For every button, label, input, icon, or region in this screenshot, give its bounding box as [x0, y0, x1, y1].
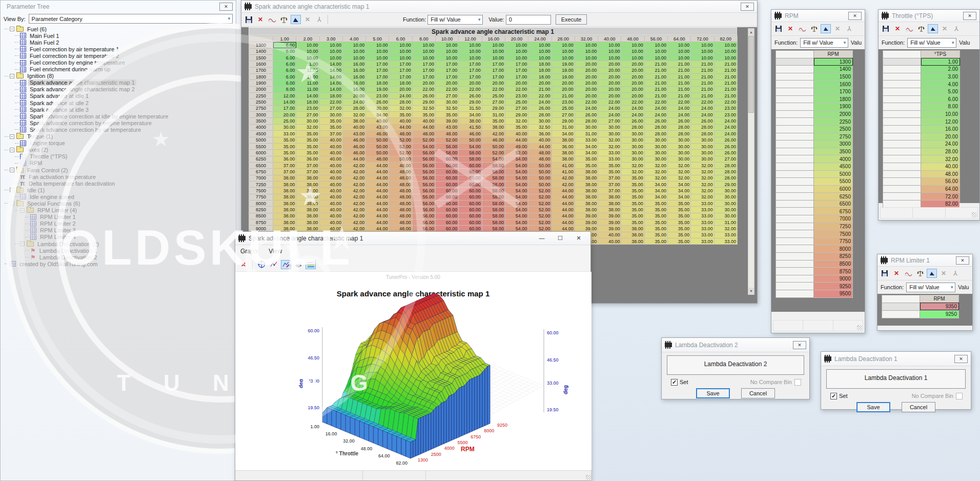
map-cell[interactable]: 44.00 [342, 156, 365, 162]
map-cell[interactable]: 10.00 [342, 42, 365, 48]
map-cell[interactable]: 40.00 [342, 124, 365, 130]
tree-item[interactable]: Fuel correction by air temperature 1 [2, 46, 236, 52]
map-cell[interactable]: 26.00 [621, 118, 644, 124]
map-cell[interactable]: 32.00 [691, 181, 714, 187]
map-cell[interactable]: 44.00 [389, 124, 412, 130]
map-cell[interactable]: 21.00 [528, 86, 552, 92]
row-header[interactable]: 3000 [249, 112, 273, 118]
map-cell[interactable]: 48.00 [389, 213, 412, 219]
map-cell[interactable]: 30.00 [714, 213, 737, 219]
map-cell[interactable]: 11.00 [296, 74, 319, 80]
map-cell[interactable]: 27.00 [598, 118, 621, 124]
map-cell[interactable]: 14.00 [273, 99, 296, 105]
axis-value-cell[interactable]: 7000 [814, 215, 853, 223]
map-cell[interactable]: 25.00 [552, 105, 575, 111]
axis-blank-cell[interactable] [776, 215, 814, 223]
axis-blank-cell[interactable] [776, 141, 814, 148]
column-header[interactable]: 32.00 [575, 36, 598, 42]
axis-value-cell[interactable]: 40.00 [921, 163, 960, 170]
map-cell[interactable]: 40.00 [528, 137, 552, 143]
map-cell[interactable]: 30.00 [621, 131, 644, 137]
axis-value-cell[interactable]: 2750 [814, 133, 853, 141]
map-cell[interactable]: 48.00 [389, 131, 412, 137]
row-header[interactable]: 6500 [249, 162, 273, 168]
collapse-icon[interactable]: − [10, 168, 14, 172]
map-cell[interactable]: 23.00 [552, 99, 575, 105]
map-cell[interactable]: 40.00 [598, 232, 621, 238]
map-cell[interactable]: 10.00 [436, 55, 459, 61]
map-cell[interactable]: 34.00 [644, 181, 667, 187]
axis-x-icon[interactable]: ✕ [938, 269, 949, 278]
map-cell[interactable]: 30.00 [691, 150, 714, 156]
axis-value-cell[interactable]: 16.00 [921, 125, 960, 133]
map-cell[interactable]: 25.00 [273, 118, 296, 124]
map-cell[interactable]: 42.00 [342, 175, 365, 181]
axis-blank-cell[interactable] [883, 88, 921, 95]
tree-item[interactable]: Fuel enrichment during warm up [2, 66, 236, 73]
map-cell[interactable]: 34.00 [644, 188, 667, 194]
map-cell[interactable]: 29.00 [505, 112, 528, 118]
map-cell[interactable]: 10.00 [412, 48, 435, 54]
map-cell[interactable]: 17.00 [412, 61, 435, 67]
map-cell[interactable]: 35.00 [668, 232, 691, 238]
map-cell[interactable]: 35.00 [621, 175, 644, 181]
map-cell[interactable]: 50.00 [366, 137, 389, 143]
map-cell[interactable]: 35.00 [436, 112, 459, 118]
map-cell[interactable]: 33.00 [691, 226, 714, 232]
map-cell[interactable]: 17.00 [482, 67, 505, 73]
column-header[interactable]: RPM [920, 295, 959, 303]
row-header[interactable]: 1900 [249, 80, 273, 86]
graph-canvas[interactable]: TunerPro - Version 5.00Spark advance ang… [235, 272, 591, 471]
tree-item[interactable]: RPM Limiter 3 [2, 227, 236, 234]
row-header[interactable]: 2750 [249, 105, 273, 111]
map-cell[interactable]: 42.00 [342, 162, 365, 168]
axis-value-cell[interactable]: 9350 [920, 303, 959, 310]
axis-value-cell[interactable]: 72.00 [921, 193, 960, 201]
map-cell[interactable]: 38.00 [552, 150, 575, 156]
map-cell[interactable]: 8.00 [273, 86, 296, 92]
tree-item[interactable]: −Special Functions (6) [2, 200, 236, 207]
panel-titlebar[interactable]: RPM Limiter 1 ✕ [877, 254, 972, 267]
map-cell[interactable]: 29.00 [714, 181, 737, 187]
map-cell[interactable]: 60.00 [436, 194, 459, 200]
lambda-titlebar[interactable]: Lambda Deactivation 1 ✕ [821, 352, 971, 366]
map-cell[interactable]: 38.00 [552, 156, 575, 162]
axis-blank-cell[interactable] [883, 58, 921, 66]
map-cell[interactable]: 32.00 [714, 226, 737, 232]
map-cell[interactable]: 38.00 [296, 219, 319, 225]
map-cell[interactable]: 43.00 [366, 124, 389, 130]
map-cell[interactable]: 42.00 [552, 181, 575, 187]
axis-blank-cell[interactable] [776, 208, 814, 215]
map-cell[interactable]: 20.00 [575, 61, 598, 67]
map-cell[interactable]: 35.00 [644, 207, 667, 213]
map-cell[interactable]: 22.00 [319, 99, 342, 105]
axis-blank-cell[interactable] [776, 275, 814, 283]
row-header[interactable]: 7500 [249, 188, 273, 194]
map-cell[interactable]: 18.00 [319, 93, 342, 99]
map-cell[interactable]: 27.00 [552, 112, 575, 118]
map-cell[interactable]: 26.00 [575, 112, 598, 118]
row-header[interactable]: 1500 [249, 55, 273, 61]
map-cell[interactable]: 22.00 [644, 99, 667, 105]
axis-value-cell[interactable]: 6750 [814, 208, 853, 215]
map-cell[interactable]: 33.00 [575, 137, 598, 143]
map-cell[interactable]: 27.00 [296, 112, 319, 118]
axis-value-cell[interactable]: 9500 [814, 290, 853, 298]
tree-item[interactable]: −Torque (1) [2, 133, 236, 140]
minimize-icon[interactable]: — [533, 234, 550, 243]
map-cell[interactable]: 20.00 [436, 80, 459, 86]
save-icon[interactable] [881, 24, 891, 33]
map-cell[interactable]: 10.00 [296, 55, 319, 61]
column-header[interactable]: 28.00 [552, 36, 575, 42]
map-cell[interactable]: 10.00 [319, 42, 342, 48]
collapse-icon[interactable]: − [10, 201, 14, 206]
axis-blank-cell[interactable] [776, 178, 814, 186]
map-cell[interactable]: 60.00 [436, 156, 459, 162]
map-cell[interactable]: 34.00 [552, 131, 575, 137]
tree-item[interactable]: Main Fuel 1 [2, 32, 236, 39]
map-cell[interactable]: 50.00 [366, 143, 389, 149]
map-cell[interactable]: 32.00 [691, 188, 714, 194]
axis-value-cell[interactable]: 6000 [814, 185, 853, 193]
map-cell[interactable]: 35.00 [644, 232, 667, 238]
tree-item[interactable]: Spark advance correction by engine tempe… [2, 119, 236, 126]
